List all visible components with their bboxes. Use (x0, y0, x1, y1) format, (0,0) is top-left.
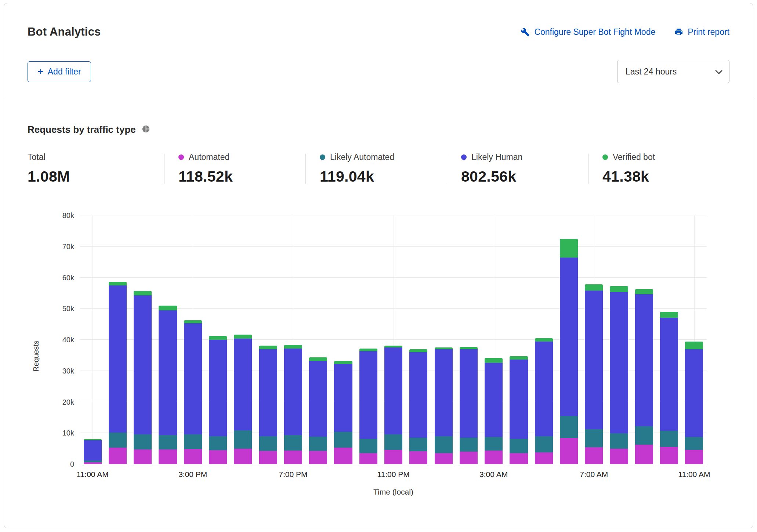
x-tick-label: 3:00 PM (178, 470, 207, 479)
segment-verified-bot (259, 346, 277, 349)
segment-likely-human (159, 310, 177, 436)
segment-verified-bot (159, 306, 177, 310)
stat-verified-bot-value: 41.38k (602, 168, 729, 185)
segment-verified-bot (560, 239, 578, 258)
segment-likely-automated (560, 416, 578, 438)
bar-11-00-am[interactable] (80, 215, 105, 464)
configure-link-label: Configure Super Bot Fight Mode (534, 27, 655, 37)
bar-6-00-pm[interactable] (256, 215, 280, 464)
bar-9-00-pm[interactable] (331, 215, 356, 464)
bar-4-00-pm[interactable] (205, 215, 230, 464)
segment-likely-automated (309, 437, 327, 451)
stat-total-value: 1.08M (28, 168, 164, 185)
bar-7-00-am[interactable] (582, 215, 606, 464)
bar-12-00-pm[interactable] (105, 215, 130, 464)
bar-4-00-am[interactable] (506, 215, 531, 464)
bar-3-00-pm[interactable] (180, 215, 205, 464)
card-body: Requests by traffic type Total 1.08M Aut… (4, 124, 753, 504)
segment-likely-human (560, 258, 578, 416)
bar-2-00-am[interactable] (456, 215, 481, 464)
stat-verified-bot: Verified bot 41.38k (588, 152, 729, 185)
segment-automated (485, 451, 503, 464)
segment-verified-bot (460, 347, 478, 350)
segment-verified-bot (409, 349, 427, 352)
time-range-select[interactable]: Last 24 hours (617, 60, 729, 83)
printer-icon (674, 28, 683, 36)
bar-12-00-am[interactable] (406, 215, 431, 464)
segment-verified-bot (359, 349, 377, 351)
segment-likely-human (184, 323, 202, 434)
configure-super-bot-fight-mode-link[interactable]: Configure Super Bot Fight Mode (521, 27, 655, 37)
x-tick-label: 11:00 AM (77, 470, 109, 479)
stat-automated: Automated 118.52k (164, 152, 305, 185)
stat-likely-human: Likely Human 802.56k (447, 152, 588, 185)
bar-10-00-pm[interactable] (356, 215, 381, 464)
y-tick-label: 70k (62, 242, 74, 251)
segment-likely-automated (209, 436, 227, 450)
plus-icon: + (37, 68, 43, 75)
y-tick-label: 10k (62, 429, 74, 437)
segment-verified-bot (134, 291, 152, 295)
bar-2-00-pm[interactable] (155, 215, 180, 464)
segment-likely-human (535, 342, 553, 436)
segment-likely-human (585, 291, 603, 429)
segment-likely-automated (109, 433, 127, 448)
segment-likely-automated (134, 434, 152, 450)
section-title: Requests by traffic type (28, 124, 136, 135)
segment-automated (660, 447, 678, 464)
stat-likely-automated-label: Likely Automated (330, 152, 394, 162)
y-tick-label: 40k (62, 336, 74, 344)
segment-verified-bot (309, 357, 327, 361)
bar-1-00-am[interactable] (431, 215, 456, 464)
segment-verified-bot (610, 286, 628, 292)
bar-11-00-pm[interactable] (381, 215, 406, 464)
bar-10-00-am[interactable] (656, 215, 681, 464)
y-tick-label: 80k (62, 211, 74, 220)
segment-likely-automated (635, 426, 653, 445)
x-axis: 11:00 AM3:00 PM7:00 PM11:00 PM3:00 AM7:0… (80, 468, 707, 483)
segment-automated (209, 450, 227, 464)
y-tick-label: 60k (62, 273, 74, 282)
segment-verified-bot (109, 282, 127, 285)
bar-7-00-pm[interactable] (280, 215, 305, 464)
bar-9-00-am[interactable] (631, 215, 656, 464)
bar-11-00-am[interactable] (682, 215, 707, 464)
add-filter-button[interactable]: + Add filter (28, 61, 91, 82)
bar-6-00-am[interactable] (556, 215, 581, 464)
segment-verified-bot (485, 358, 503, 363)
requests-chart: Requests 010k20k30k40k50k60k70k80k 11:00… (28, 215, 729, 496)
segment-likely-automated (535, 436, 553, 452)
segment-likely-automated (660, 431, 678, 447)
bar-8-00-pm[interactable] (306, 215, 331, 464)
bar-3-00-am[interactable] (481, 215, 506, 464)
stat-likely-automated: Likely Automated 119.04k (306, 152, 447, 185)
bar-5-00-pm[interactable] (231, 215, 256, 464)
wrench-icon (521, 28, 530, 37)
stat-automated-value: 118.52k (178, 168, 305, 185)
print-report-link[interactable]: Print report (674, 27, 729, 37)
stat-total: Total 1.08M (28, 152, 164, 185)
bar-8-00-am[interactable] (606, 215, 631, 464)
segment-likely-automated (234, 430, 252, 449)
segment-automated (134, 449, 152, 464)
segment-automated (535, 452, 553, 464)
segment-likely-human (209, 340, 227, 436)
y-axis-title: Requests (29, 215, 43, 496)
stats-row: Total 1.08M Automated 118.52k Likely Aut… (28, 152, 729, 185)
likely-human-dot (461, 154, 467, 160)
segment-likely-human (234, 339, 252, 430)
stat-likely-human-value: 802.56k (461, 168, 588, 185)
x-tick-label: 11:00 PM (377, 470, 409, 479)
x-tick-label: 3:00 AM (479, 470, 508, 479)
bar-1-00-pm[interactable] (130, 215, 155, 464)
segment-verified-bot (660, 312, 678, 318)
x-tick-label: 11:00 AM (678, 470, 710, 479)
segment-automated (259, 451, 277, 464)
page-title: Bot Analytics (28, 25, 101, 39)
print-link-label: Print report (688, 27, 729, 37)
bar-5-00-am[interactable] (531, 215, 556, 464)
segment-automated (610, 449, 628, 464)
segment-likely-automated (184, 434, 202, 449)
segment-likely-human (384, 347, 402, 434)
y-tick-label: 0 (70, 460, 74, 469)
